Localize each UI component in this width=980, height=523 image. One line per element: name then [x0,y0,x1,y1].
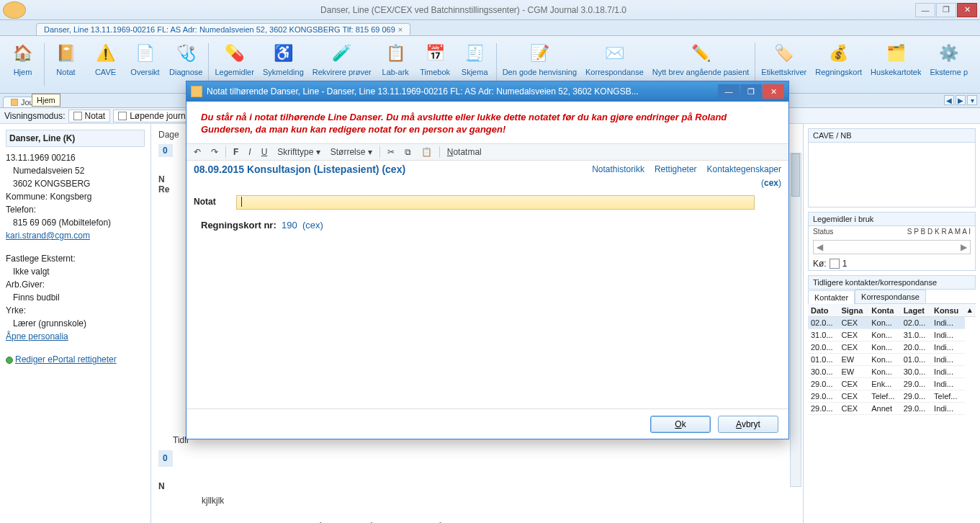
arbgiver-value: Finns budbil [6,291,145,304]
notat-input[interactable] [236,195,755,210]
ribbon-notat[interactable]: 📔Notat [46,40,86,78]
maximize-button[interactable]: ❐ [936,3,956,17]
col-laget[interactable]: Laget [901,304,931,317]
ribbon-diagnose[interactable]: 🩺Diagnose [165,40,207,78]
ribbon-nytt-brev-angående-pasient[interactable]: ✏️Nytt brev angående pasient [648,40,754,78]
redo-button[interactable]: ↷ [208,147,221,157]
nav-prev-icon[interactable]: ◀ [944,95,954,105]
tab-korrespondanse[interactable]: Korrespondanse [855,290,926,303]
korrespondanse-icon: ✉️ [603,42,626,65]
ribbon-regningskort[interactable]: 💰Regningskort [811,40,866,78]
ribbon-rekvirere-prøver[interactable]: 🧪Rekvirere prøver [308,40,376,78]
col-konsu[interactable]: Konsu [931,304,964,317]
center-scrollbar[interactable] [790,153,801,487]
table-row[interactable]: 20.0...CEXKon...20.0...Indi... [808,341,976,354]
tab-kontakter[interactable]: Kontakter [808,290,855,304]
scrollbar-thumb[interactable] [791,153,800,197]
patient-dob: 13.11.1969 00216 [6,151,145,164]
ribbon-label: Rekvirere prøver [313,68,372,76]
minimize-button[interactable]: — [915,3,935,17]
table-row[interactable]: 29.0...CEXTelef...29.0...Telef... [808,390,976,403]
font-dropdown[interactable]: Skrifttype ▾ [274,147,323,157]
viewmode-lopende[interactable]: Løpende journa [113,109,195,122]
dialog-warning-text: Du står nå i notat tilhørende Line Danse… [186,102,788,143]
undo-button[interactable]: ↶ [191,147,204,157]
den gode henvisning-icon: 📝 [528,42,551,65]
table-row[interactable]: 29.0...CEXEnk...29.0...Indi... [808,378,976,390]
document-tab-label: Danser, Line 13.11.1969-00216 FL: AS Adr… [44,25,395,34]
template-button[interactable]: Notatmal [444,147,485,157]
med-scroll[interactable]: ◀▶ [813,240,971,254]
ribbon-label: Legemidler [215,68,253,76]
ribbon-label: Korrespondanse [585,68,644,76]
ribbon-label: Den gode henvisning [503,68,577,76]
legemidler-header: Legemidler i bruk [809,213,975,226]
patient-addr1: Numedalsveien 52 [6,164,145,177]
editor-toolbar: ↶ ↷ F I U Skrifttype ▾ Størrelse ▾ ✂ ⧉ 📋… [186,143,788,161]
ribbon-huskekartotek[interactable]: 🗂️Huskekartotek [866,40,925,78]
open-personalia-link[interactable]: Åpne personalia [6,331,68,341]
document-tab[interactable]: Danser, Line 13.11.1969-00216 FL: AS Adr… [36,23,410,35]
ribbon-oversikt[interactable]: 📄Oversikt [125,40,165,78]
ribbon-etikettskriver[interactable]: 🏷️Etikettskriver [757,40,811,78]
bg-n: N [158,174,179,184]
close-button[interactable]: ✕ [957,3,977,17]
col-signa[interactable]: Signa [838,304,868,317]
printer-icon[interactable] [830,259,840,269]
app-orb-icon[interactable] [3,1,26,19]
copy-button[interactable]: ⧉ [402,147,414,157]
link-kontaktegenskaper[interactable]: Kontaktegenskaper [707,164,781,174]
viewmode-notat-label: Notat [85,111,106,121]
dialog-title-bar[interactable]: Notat tilhørende Danser, Line - Danser, … [186,81,788,102]
link-notathistorikk[interactable]: Notathistorikk [592,164,644,174]
table-row[interactable]: 01.0...EWKon...01.0...Indi... [808,354,976,366]
patient-email-link[interactable]: kari.strand@cgm.com [6,231,90,241]
document-tab-close-icon[interactable]: × [398,25,403,34]
col-dato[interactable]: Dato [808,304,838,317]
ribbon-lab-ark[interactable]: 📋Lab-ark [376,40,415,78]
journal-tab-icon [11,99,18,106]
ribbon-cave[interactable]: ⚠️CAVE [86,40,125,78]
table-row[interactable]: 29.0...CEXAnnet29.0...Indi... [808,403,976,415]
paste-button[interactable]: 📋 [418,147,435,157]
window-title: Danser, Line (CEX/CEX ved Batchinnstilli… [32,5,915,15]
viewmode-notat[interactable]: Notat [68,109,111,122]
ribbon-korrespondanse[interactable]: ✉️Korrespondanse [581,40,648,78]
ko-label: Kø: [813,259,827,269]
ribbon-hjem[interactable]: 🏠Hjem [3,40,42,78]
ribbon-eksterne-p[interactable]: ⚙️Eksterne p [925,40,972,78]
dialog-maximize-button[interactable]: ❐ [740,84,762,99]
text-cursor-icon [241,197,242,207]
patient-addr2: 3602 KONGSBERG [6,177,145,190]
table-row[interactable]: 30.0...EWKon...30.0...Indi... [808,366,976,378]
col-konta[interactable]: Konta [868,304,900,317]
ok-button[interactable]: Ok [650,416,711,433]
underline-button[interactable]: U [259,147,271,157]
table-row[interactable]: 31.0...CEXKon...31.0...Indi... [808,329,976,341]
notat-mini-icon [73,112,82,120]
avbryt-button[interactable]: Avbryt [718,416,778,433]
dialog-minimize-button[interactable]: — [718,84,740,99]
ribbon-skjema[interactable]: 🧾Skjema [455,40,495,78]
dialog-close-button[interactable]: ✕ [763,84,784,99]
ribbon-sykmelding[interactable]: ♿Sykmelding [259,40,308,78]
cut-button[interactable]: ✂ [385,147,397,157]
eportal-link[interactable]: Rediger ePortal rettigheter [15,354,117,365]
notat-dialog: Notat tilhørende Danser, Line - Danser, … [186,81,789,439]
nav-menu-icon[interactable]: ▾ [967,95,977,105]
nav-next-icon[interactable]: ▶ [956,95,966,105]
size-dropdown[interactable]: Størrelse ▾ [328,147,375,157]
lab-ark-icon: 📋 [384,42,407,65]
table-row[interactable]: 02.0...CEXKon...02.0...Indi... [808,317,976,329]
italic-button[interactable]: I [246,147,253,157]
dialog-icon [191,86,202,97]
table-scroll-icon[interactable]: ▴ [965,304,976,317]
link-rettigheter[interactable]: Rettigheter [655,164,697,174]
ribbon-label: Hjem [14,68,32,76]
ribbon-legemidler[interactable]: 💊Legemidler [210,40,258,78]
bg-n2: N [158,480,781,493]
bold-button[interactable]: F [230,147,241,157]
timebok-icon: 📅 [423,42,446,65]
ribbon-timebok[interactable]: 📅Timebok [415,40,455,78]
ribbon-den-gode-henvisning[interactable]: 📝Den gode henvisning [498,40,581,78]
